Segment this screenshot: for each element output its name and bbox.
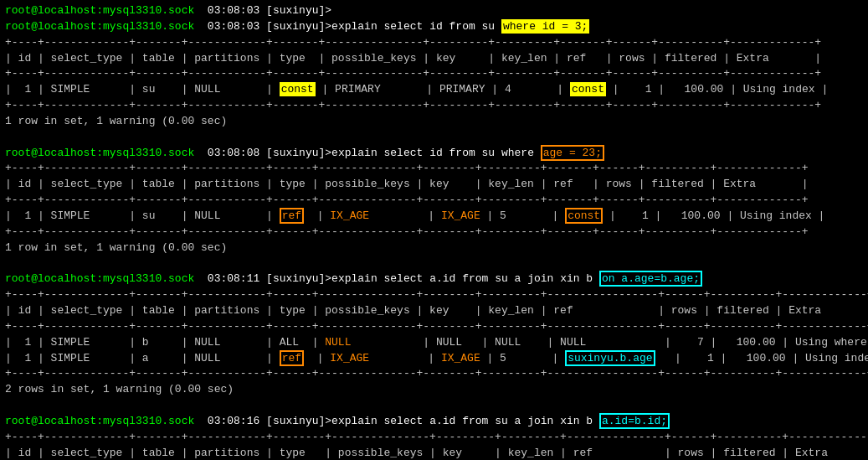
- table-header: | id | select_type | table | partitions …: [5, 304, 868, 317]
- highlight-on-age: on a.age=b.age;: [599, 271, 702, 287]
- terminal-line: root@localhost:mysql3310.sock 03:08:08 […: [5, 146, 863, 162]
- table-border: +----+-------------+-------+------------…: [5, 320, 868, 333]
- table-border: +----+-------------+-------+------------…: [5, 194, 809, 206]
- table-border: +----+-------------+-------+------------…: [5, 67, 821, 80]
- blank-line: [5, 398, 863, 414]
- terminal-line: root@localhost:mysql3310.sock 03:08:16 […: [5, 414, 863, 430]
- highlight-const1: const: [280, 82, 316, 96]
- table-border: +----+-------------+-------+------------…: [5, 36, 821, 49]
- table-row: | 1 | SIMPLE | su | NULL | const | PRIMA…: [5, 82, 828, 96]
- terminal-line: root@localhost:mysql3310.sock 03:08:03 […: [5, 3, 863, 19]
- result-info: 1 row in set, 1 warning (0.00 sec): [5, 240, 863, 256]
- highlight-ref1: ref: [280, 208, 304, 224]
- ix-age: IX_AGE: [441, 209, 480, 222]
- highlight-suxinyu-bage: suxinyu.b.age: [565, 350, 655, 366]
- table-header: | id | select_type | table | partitions …: [5, 447, 868, 459]
- null-keys: NULL: [325, 336, 416, 349]
- table-header: | id | select_type | table | partitions …: [5, 52, 821, 65]
- highlight-const2: const: [570, 82, 606, 96]
- table-border: +----+-------------+-------+------------…: [5, 225, 809, 238]
- terminal-line: root@localhost:mysql3310.sock 03:08:03 […: [5, 19, 863, 35]
- highlight-on-id: a.id=b.id;: [599, 413, 670, 429]
- highlight-where-id: where id = 3;: [501, 19, 589, 34]
- table-header: | id | select_type | table | partitions …: [5, 178, 809, 190]
- result-info: 2 rows in set, 1 warning (0.00 sec): [5, 382, 863, 398]
- highlight-ref2: ref: [280, 350, 304, 366]
- terminal: root@localhost:mysql3310.sock 03:08:03 […: [5, 3, 863, 460]
- table-border: +----+-------------+-------+------------…: [5, 367, 868, 380]
- blank-line: [5, 256, 863, 272]
- table-row: | 1 | SIMPLE | su | NULL | ref | IX_AGE …: [5, 208, 824, 224]
- ix-age2: IX_AGE: [330, 352, 421, 364]
- arrow: IX_AGE: [330, 209, 421, 222]
- table-row: | 1 | SIMPLE | a | NULL | ref | IX_AGE |…: [5, 350, 868, 366]
- blank-line: [5, 130, 863, 146]
- highlight-const3: const: [565, 208, 603, 224]
- result-info: 1 row in set, 1 warning (0.00 sec): [5, 114, 863, 130]
- terminal-line: root@localhost:mysql3310.sock 03:08:11 […: [5, 271, 863, 287]
- table-border: +----+-------------+-------+------------…: [5, 99, 821, 111]
- highlight-age: age = 23;: [541, 145, 604, 161]
- ix-age3: IX_AGE: [441, 352, 480, 364]
- table-row: | 1 | SIMPLE | b | NULL | ALL | NULL | N…: [5, 336, 868, 349]
- table-border: +----+-------------+-------+------------…: [5, 288, 868, 301]
- table-border: +----+-------------+-------+------------…: [5, 162, 809, 174]
- table-border: +----+-------------+-------+------------…: [5, 431, 868, 443]
